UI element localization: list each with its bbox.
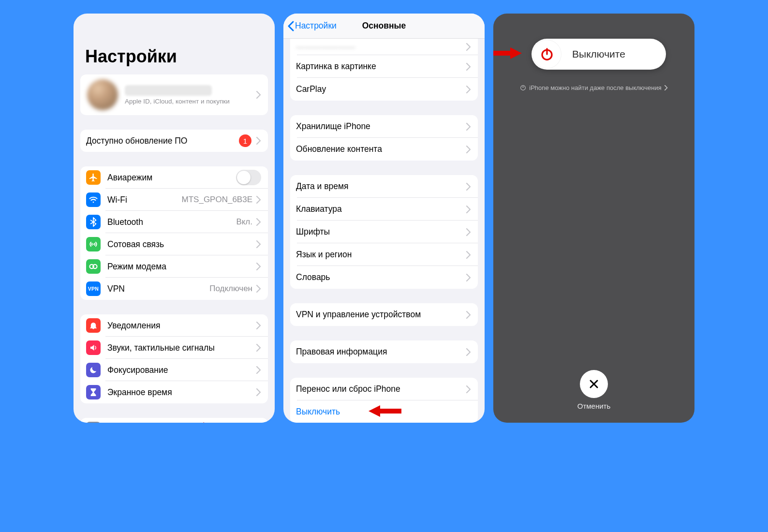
s2-group-4: VPN и управление устройством: [290, 303, 478, 326]
update-badge: 1: [239, 134, 251, 147]
update-group: Доступно обновление ПО 1: [80, 130, 268, 152]
moon-icon: [86, 363, 101, 377]
chevron-right-icon: [466, 206, 471, 213]
dictionary-row[interactable]: Словарь: [290, 266, 478, 289]
cancel-button[interactable]: [580, 370, 608, 398]
chevron-right-icon: [466, 385, 471, 393]
row-label: Авиарежим: [107, 173, 152, 183]
row-label: Обновление контента: [296, 144, 382, 154]
power-off-row[interactable]: Выключить: [290, 400, 478, 423]
chevron-right-icon: [256, 263, 261, 270]
settings-root-screen: Настройки Apple ID, iCloud, контент и по…: [74, 14, 275, 423]
bluetooth-row[interactable]: Bluetooth Вкл.: [80, 211, 268, 233]
row-label: Перенос или сброс iPhone: [296, 384, 400, 394]
vpn-icon: VPN: [86, 281, 101, 296]
hotspot-icon: [86, 259, 101, 274]
pip-row[interactable]: Картинка в картинке: [290, 55, 478, 78]
row-label: Язык и регион: [296, 250, 352, 260]
cancel-label: Отменить: [577, 402, 611, 410]
row-label: Фокусирование: [107, 365, 168, 375]
truncated-row[interactable]: ———————: [290, 39, 478, 55]
s2-group-6: Перенос или сброс iPhone Выключить: [290, 378, 478, 423]
airplane-mode-row[interactable]: Авиарежим: [80, 166, 268, 189]
svg-point-1: [93, 244, 94, 245]
svg-point-0: [93, 202, 94, 203]
chevron-right-icon: [256, 196, 261, 204]
chevron-right-icon: [466, 274, 471, 281]
row-label: Хранилище iPhone: [296, 121, 370, 132]
cancel-area: Отменить: [493, 370, 694, 410]
notifications-row[interactable]: Уведомления: [80, 314, 268, 337]
annotation-arrow-icon: [192, 421, 226, 423]
back-button[interactable]: Настройки: [287, 14, 337, 38]
chevron-right-icon: [256, 366, 261, 374]
chevron-right-icon: [466, 311, 471, 319]
apple-id-group: Apple ID, iCloud, контент и покупки: [80, 74, 268, 115]
row-label: CarPlay: [296, 84, 326, 94]
legal-row[interactable]: Правовая информация: [290, 340, 478, 363]
row-label: Клавиатура: [296, 204, 342, 214]
language-region-row[interactable]: Язык и регион: [290, 243, 478, 266]
chevron-right-icon: [256, 285, 261, 293]
slide-label: Выключите: [532, 48, 666, 60]
find-iphone-text: iPhone можно найти даже после выключения: [529, 84, 662, 91]
row-label: Картинка в картинке: [296, 61, 376, 72]
fonts-row[interactable]: Шрифты: [290, 221, 478, 243]
chevron-right-icon: [466, 348, 471, 356]
sounds-row[interactable]: Звуки, тактильные сигналы: [80, 337, 268, 359]
chevron-right-icon: [466, 183, 471, 191]
cellular-icon: [86, 237, 101, 251]
chevron-right-icon: [256, 388, 261, 396]
transfer-reset-row[interactable]: Перенос или сброс iPhone: [290, 378, 478, 400]
vpn-value: Подключен: [209, 284, 252, 294]
nav-title: Основные: [362, 21, 406, 31]
bluetooth-icon: [86, 215, 101, 229]
page-title: Настройки: [74, 14, 275, 74]
chevron-right-icon: [466, 123, 471, 131]
slide-to-power-off-container: Выключите: [522, 39, 666, 70]
hotspot-row[interactable]: Режим модема: [80, 255, 268, 278]
slide-to-power-off[interactable]: Выключите: [532, 39, 666, 70]
chevron-right-icon: [466, 228, 471, 236]
toggle-knob: [237, 171, 251, 184]
s2-group-1: ——————— Картинка в картинке CarPlay: [290, 39, 478, 101]
row-label: VPN и управление устройством: [296, 310, 421, 320]
wifi-row[interactable]: Wi-Fi MTS_GPON_6B3E: [80, 189, 268, 211]
chevron-right-icon: [256, 91, 261, 99]
date-time-row[interactable]: Дата и время: [290, 175, 478, 198]
chevron-right-icon: [256, 322, 261, 329]
network-group: Авиарежим Wi-Fi MTS_GPON_6B3E Bluetooth …: [80, 166, 268, 300]
row-label: Доступно обновление ПО: [86, 136, 187, 146]
general-group: Основные: [80, 418, 268, 423]
row-label: Сотовая связь: [107, 239, 164, 250]
general-settings-screen: Настройки Основные ——————— Картинка в ка…: [283, 14, 485, 423]
chevron-right-icon: [466, 43, 471, 51]
apple-id-row[interactable]: Apple ID, iCloud, контент и покупки: [80, 74, 268, 115]
screentime-row[interactable]: Экранное время: [80, 381, 268, 403]
storage-row[interactable]: Хранилище iPhone: [290, 115, 478, 138]
carplay-row[interactable]: CarPlay: [290, 78, 478, 101]
airplane-toggle[interactable]: [236, 170, 261, 185]
row-label: Wi-Fi: [107, 195, 127, 205]
avatar: [87, 79, 118, 110]
chevron-right-icon: [256, 218, 261, 226]
keyboard-row[interactable]: Клавиатура: [290, 198, 478, 221]
focus-row[interactable]: Фокусирование: [80, 359, 268, 381]
general-row[interactable]: Основные: [80, 418, 268, 423]
row-label: Уведомления: [107, 321, 160, 331]
s2-group-5: Правовая информация: [290, 340, 478, 363]
chevron-right-icon: [466, 86, 471, 93]
bluetooth-value: Вкл.: [236, 217, 252, 227]
background-refresh-row[interactable]: Обновление контента: [290, 138, 478, 161]
gear-icon: [86, 422, 101, 423]
s2-group-3: Дата и время Клавиатура Шрифты Язык и ре…: [290, 175, 478, 289]
vpn-row[interactable]: VPN VPN Подключен: [80, 278, 268, 300]
apple-id-text-block: Apple ID, iCloud, контент и покупки: [125, 85, 256, 105]
vpn-management-row[interactable]: VPN и управление устройством: [290, 303, 478, 326]
wifi-value: MTS_GPON_6B3E: [182, 195, 252, 205]
chevron-right-icon: [466, 63, 471, 71]
row-label: Словарь: [296, 272, 330, 282]
find-iphone-notice[interactable]: iPhone можно найти даже после выключения: [520, 84, 668, 91]
cellular-row[interactable]: Сотовая связь: [80, 233, 268, 255]
software-update-row[interactable]: Доступно обновление ПО 1: [80, 130, 268, 152]
